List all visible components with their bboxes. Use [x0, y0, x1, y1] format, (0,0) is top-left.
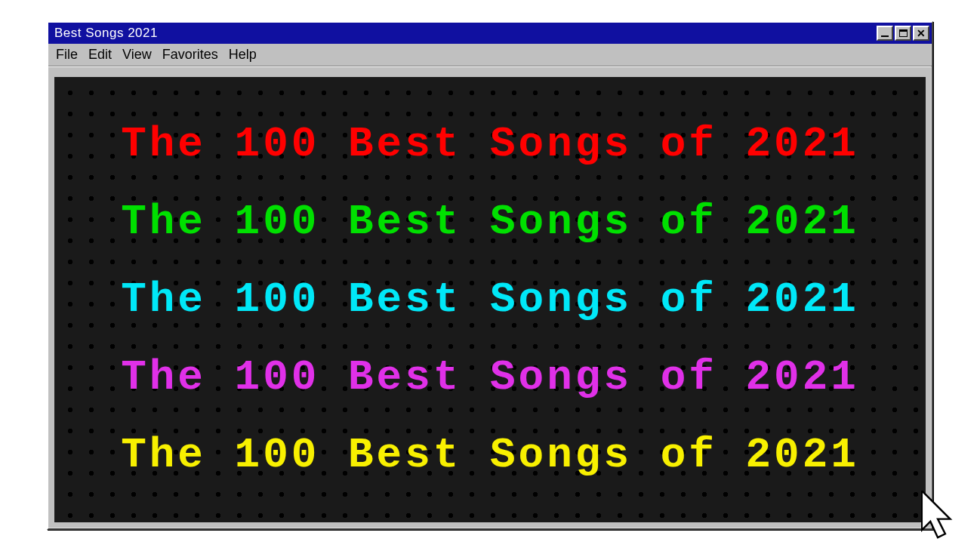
cursor-icon: [921, 491, 962, 545]
titlebar[interactable]: Best Songs 2021 ✕: [48, 23, 932, 44]
headline-line-5: The 100 Best Songs of 2021: [92, 434, 888, 476]
close-button[interactable]: ✕: [913, 26, 929, 41]
menu-edit[interactable]: Edit: [88, 47, 112, 63]
minimize-icon: [881, 35, 889, 38]
menubar: File Edit View Favorites Help: [48, 44, 932, 66]
menu-help[interactable]: Help: [229, 47, 257, 63]
maximize-button[interactable]: [895, 26, 911, 41]
close-icon: ✕: [917, 28, 926, 38]
minimize-button[interactable]: [877, 26, 893, 41]
headline-line-1: The 100 Best Songs of 2021: [92, 123, 888, 165]
window: Best Songs 2021 ✕ File Edit View Favorit…: [47, 21, 933, 530]
window-title: Best Songs 2021: [54, 26, 158, 41]
headline-line-3: The 100 Best Songs of 2021: [92, 279, 888, 321]
content-area: The 100 Best Songs of 2021 The 100 Best …: [54, 77, 926, 522]
menu-file[interactable]: File: [56, 47, 78, 63]
headline-line-4: The 100 Best Songs of 2021: [92, 356, 888, 399]
window-controls: ✕: [877, 26, 929, 41]
menu-favorites[interactable]: Favorites: [162, 47, 218, 63]
maximize-icon: [899, 29, 908, 37]
menu-view[interactable]: View: [122, 47, 152, 63]
headline-line-2: The 100 Best Songs of 2021: [92, 201, 888, 243]
